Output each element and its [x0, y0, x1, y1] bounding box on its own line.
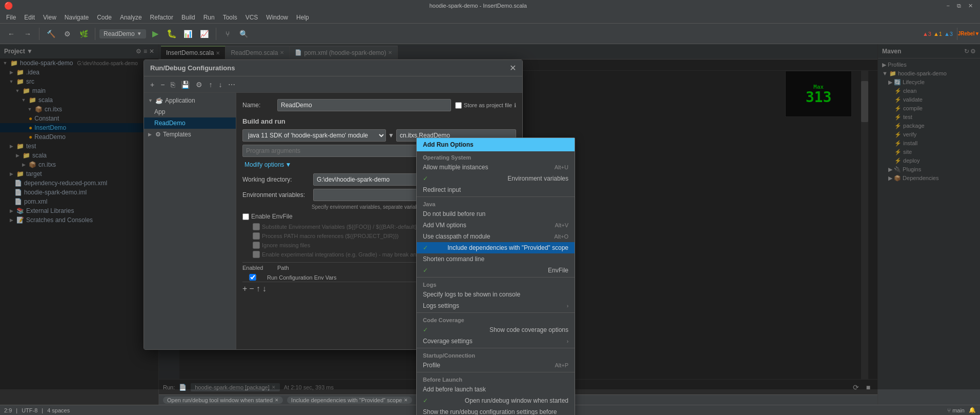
dropdown-item-add-launch-task[interactable]: Add before launch task: [417, 384, 575, 395]
title-bar-title: hoodie-spark-demo - InsertDemo.scala: [13, 3, 944, 9]
dialog-more-btn[interactable]: ⋯: [226, 80, 237, 90]
dlg-tree-label: Templates: [163, 131, 191, 138]
menu-view[interactable]: View: [39, 13, 60, 22]
status-chip-1[interactable]: Include dependencies with "Provided" sco…: [287, 397, 412, 404]
dropdown-item-logs-settings[interactable]: Logs settings ›: [417, 300, 575, 311]
dropdown-item-coverage-options[interactable]: ✓ Show code coverage options: [417, 324, 575, 335]
run-button[interactable]: ▶: [148, 27, 162, 41]
dialog-remove-btn[interactable]: −: [158, 80, 167, 90]
chip-close-icon[interactable]: ✕: [404, 398, 408, 403]
coverage-button[interactable]: 📊: [181, 27, 195, 41]
env-text-3: Enable experimental integrations (e.g. G…: [262, 251, 432, 258]
dropdown-item-show-settings-before[interactable]: Show the run/debug configuration setting…: [417, 406, 575, 415]
toolbar-back-button[interactable]: ←: [4, 27, 18, 41]
store-info-icon[interactable]: ℹ: [514, 102, 516, 109]
check-icon: ✓: [423, 326, 428, 333]
menu-window[interactable]: Window: [262, 13, 292, 22]
menu-vcs[interactable]: VCS: [241, 13, 262, 22]
dropdown-item-env-vars[interactable]: ✓ Environment variables: [417, 173, 575, 184]
title-bar-left: 🔴: [4, 2, 13, 10]
dialog-down-btn[interactable]: ↓: [216, 80, 224, 90]
toolbar-git-button[interactable]: 🌿: [76, 27, 91, 41]
dropdown-item-redirect[interactable]: Redirect input: [417, 184, 575, 195]
status-chip-0[interactable]: Open run/debug tool window when started …: [163, 397, 283, 404]
notifications-icon[interactable]: 🔔: [969, 407, 976, 413]
sdk-arrow: ▼: [388, 132, 394, 139]
toolbar-settings-button[interactable]: ⚙: [60, 27, 74, 41]
dialog-sidebar: ▼ ☕ Application App ReadDemo ▶ ⚙ Templat…: [144, 93, 236, 349]
close-button[interactable]: ✕: [965, 3, 976, 9]
check-icon: ✓: [423, 175, 428, 182]
menu-navigate[interactable]: Navigate: [60, 13, 93, 22]
menu-tools[interactable]: Tools: [219, 13, 241, 22]
dlg-tree-readdemo[interactable]: ReadDemo: [144, 117, 236, 129]
enable-envfile-text: Enable EnvFile: [251, 213, 293, 220]
check-icon: ✓: [423, 267, 428, 274]
dialog-settings-btn[interactable]: ⚙: [194, 80, 205, 90]
dropdown-item-vm-options[interactable]: Add VM options Alt+V: [417, 220, 575, 231]
dialog-copy-btn[interactable]: ⎘: [169, 80, 177, 90]
name-input[interactable]: [277, 99, 451, 111]
item-label: Coverage settings: [423, 338, 473, 345]
dropdown-item-logs-console[interactable]: Specify logs to be shown in console: [417, 289, 575, 300]
warn-count[interactable]: ▲1: [933, 31, 942, 37]
enable-envfile-checkbox[interactable]: [242, 213, 249, 220]
dropdown-item-allow-multiple[interactable]: Allow multiple instances Alt+U: [417, 162, 575, 173]
dropdown-item-open-run-window[interactable]: ✓ Open run/debug window when started: [417, 395, 575, 406]
item-label: Specify logs to be shown in console: [423, 291, 520, 298]
git-branch[interactable]: ⑂ main: [947, 407, 965, 413]
menu-file[interactable]: File: [2, 13, 20, 22]
minimize-button[interactable]: −: [944, 3, 953, 9]
menu-build[interactable]: Build: [177, 13, 199, 22]
info-count[interactable]: ▲3: [944, 31, 953, 37]
dropdown-item-classpath[interactable]: Use classpath of module Alt+O: [417, 231, 575, 242]
sdk-select[interactable]: java 11 SDK of 'hoodie-spark-demo' modul…: [242, 129, 386, 142]
dropdown-item-coverage-settings[interactable]: Coverage settings ›: [417, 335, 575, 347]
menu-help[interactable]: Help: [292, 13, 313, 22]
templates-icon: ⚙: [155, 131, 161, 138]
error-count[interactable]: ▲3: [923, 31, 931, 37]
env-down-btn[interactable]: ↓: [262, 284, 267, 293]
restore-button[interactable]: ⧉: [954, 3, 964, 9]
jrebel-button[interactable]: JRebel▼: [962, 27, 976, 41]
dlg-tree-application[interactable]: ▼ ☕ Application: [144, 95, 236, 106]
dlg-tree-label: Application: [165, 97, 195, 104]
dropdown-item-shorten-cmd[interactable]: Shorten command line: [417, 253, 575, 265]
dropdown-item-envfile[interactable]: ✓ EnvFile: [417, 265, 575, 276]
dialog-close-button[interactable]: ✕: [509, 63, 516, 73]
env-text-1: Process PATH macro references (${{PROJEC…: [262, 233, 399, 239]
dropdown-item-provided-scope[interactable]: ✓ Include dependencies with "Provided" s…: [417, 242, 575, 253]
store-checkbox[interactable]: [455, 102, 462, 109]
toolbar-forward-button[interactable]: →: [21, 27, 35, 41]
chip-close-icon[interactable]: ✕: [275, 398, 279, 403]
env-row-checkbox[interactable]: [242, 274, 263, 281]
debug-button[interactable]: 🐛: [165, 27, 179, 41]
dlg-tree-templates[interactable]: ▶ ⚙ Templates: [144, 129, 236, 140]
env-remove-btn[interactable]: −: [249, 284, 254, 293]
dlg-tree-app[interactable]: App: [144, 106, 236, 117]
dialog-save-btn[interactable]: 💾: [179, 80, 192, 90]
application-icon: ☕: [155, 97, 163, 104]
menu-edit[interactable]: Edit: [20, 13, 39, 22]
store-checkbox-text: Store as project file: [464, 102, 512, 108]
dropdown-divider-3: [417, 312, 575, 313]
dialog-up-btn[interactable]: ↑: [207, 80, 214, 90]
dialog-add-btn[interactable]: +: [148, 80, 156, 90]
item-shortcut: Alt+U: [555, 164, 568, 170]
env-up-btn[interactable]: ↑: [256, 284, 260, 293]
toolbar-build-button[interactable]: 🔨: [44, 27, 58, 41]
env-add-btn[interactable]: +: [242, 284, 247, 293]
menu-refactor[interactable]: Refactor: [146, 13, 177, 22]
profiler-button[interactable]: 📈: [197, 27, 212, 41]
dropdown-item-profile[interactable]: Profile Alt+P: [417, 360, 575, 371]
modify-options-button[interactable]: Modify options ▼: [242, 160, 293, 169]
menu-analyze[interactable]: Analyze: [116, 13, 146, 22]
menu-code[interactable]: Code: [93, 13, 116, 22]
env-row-path: Run Configuration Env Vars: [267, 274, 337, 281]
submenu-arrow-icon: ›: [567, 339, 568, 344]
vcs-button[interactable]: ⑂: [220, 27, 235, 41]
menu-run[interactable]: Run: [199, 13, 219, 22]
search-button[interactable]: 🔍: [237, 27, 251, 41]
dropdown-item-no-build[interactable]: Do not build before run: [417, 208, 575, 220]
run-config-selector[interactable]: ReadDemo ▼: [99, 29, 146, 38]
